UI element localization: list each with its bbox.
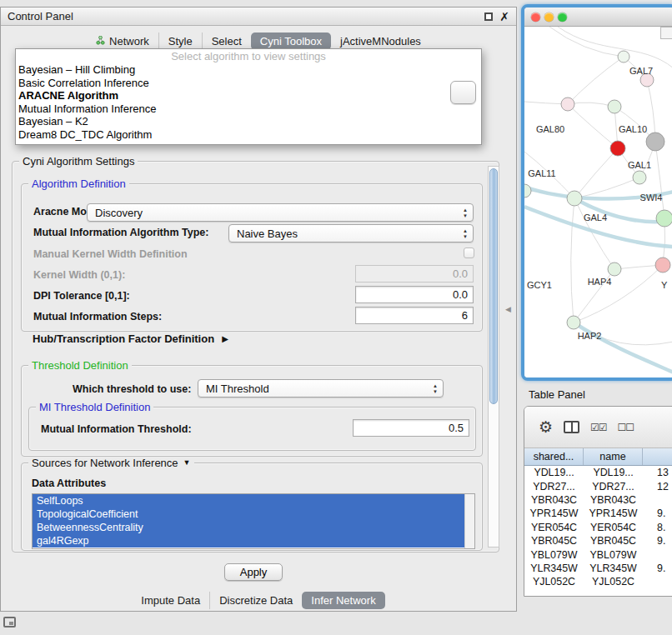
table-row[interactable]: YBR045CYBR045C9. (524, 534, 672, 548)
table-row[interactable]: YBR043CYBR043C (524, 493, 672, 507)
table-row[interactable]: YLR345WYLR345W9. (524, 562, 672, 575)
attribute-item-selected[interactable]: TopologicalCoefficient (33, 508, 464, 521)
kernel-width-field: 0.0 (355, 265, 474, 282)
attribute-item-selected[interactable]: BetweennessCentrality (33, 521, 464, 534)
network-graph[interactable]: GAL7GAL80GAL10GAL11GAL1SWI4GAL4GCY1HAP4Y… (524, 27, 672, 377)
mi-steps-field[interactable]: 6 (355, 307, 474, 324)
manual-kernel-checkbox[interactable] (464, 248, 474, 258)
list-scrollbar[interactable] (464, 494, 474, 548)
table-cell: YDL19... (584, 466, 643, 479)
column-header-2[interactable] (643, 448, 672, 465)
network-edge[interactable] (574, 178, 639, 198)
algorithm-definition-title: Algorithm Definition (28, 178, 129, 190)
algorithm-option-basic-correlation-inference[interactable]: Basic Correlation Inference (16, 77, 481, 90)
aracne-mode-dropdown[interactable]: Discovery ▲▼ (87, 203, 474, 222)
dropdown-arrows-icon: ▲▼ (463, 208, 468, 219)
float-panel-icon[interactable] (484, 12, 493, 21)
scrollbar-thumb[interactable] (489, 168, 498, 404)
show-columns-icon[interactable]: ☑☑ (590, 422, 607, 433)
dpi-tolerance-field[interactable]: 0.0 (355, 286, 474, 303)
tab-style[interactable]: Style (158, 32, 202, 50)
network-edge[interactable] (568, 57, 624, 104)
algorithm-option-bayesian-k2[interactable]: Bayesian – K2 (16, 115, 481, 128)
column-header-name[interactable]: name (584, 448, 643, 465)
network-edge[interactable] (568, 102, 614, 107)
algorithm-option-dream8-dc-tdc-algorithm[interactable]: Dream8 DC_TDC Algorithm (16, 128, 481, 142)
network-view-window: GAL7GAL80GAL10GAL11GAL1SWI4GAL4GCY1HAP4Y… (521, 4, 672, 381)
algorithm-option-mutual-information-inference[interactable]: Mutual Information Inference (16, 102, 481, 116)
attribute-item-selected[interactable]: SelfLoops (33, 494, 464, 508)
table-row[interactable]: YER054CYER054C8. (524, 521, 672, 534)
minimize-traffic-light-icon[interactable] (544, 12, 554, 22)
dpi-tolerance-label: DPI Tolerance [0,1]: (33, 290, 130, 302)
bottom-tab-discretize-data[interactable]: Discretize Data (209, 592, 302, 609)
network-node[interactable] (608, 100, 621, 113)
bottom-tab-infer-network[interactable]: Infer Network (302, 592, 384, 609)
tab-network[interactable]: Network (87, 32, 158, 50)
gear-icon[interactable]: ⚙ (539, 419, 553, 435)
network-node[interactable] (655, 258, 670, 272)
close-traffic-light-icon[interactable] (531, 12, 540, 22)
column-header-shared-[interactable]: shared... (524, 448, 584, 465)
algorithm-definition-group: Algorithm Definition Aracne Mode: Discov… (21, 183, 483, 332)
node-label: GAL1 (628, 160, 651, 170)
table-toolbar: ⚙ ☑☑ ☐☐ (524, 407, 672, 448)
network-window-titlebar (524, 8, 672, 27)
table-row[interactable]: YPR145WYPR145W9. (524, 507, 672, 520)
data-attributes-label: Data Attributes (32, 478, 106, 489)
settings-group-title: Cyni Algorithm Settings (19, 155, 138, 168)
table-row[interactable]: YBL079WYBL079W (524, 548, 672, 561)
network-edge[interactable] (549, 27, 624, 57)
which-threshold-dropdown[interactable]: MI Threshold ▲▼ (198, 379, 444, 398)
network-node[interactable] (646, 132, 664, 151)
algorithm-option-bayesian-hill-climbing[interactable]: Bayesian – Hill Climbing (16, 63, 481, 77)
expand-right-icon[interactable]: ▶ (222, 334, 228, 343)
network-node[interactable] (567, 316, 580, 329)
network-node[interactable] (608, 262, 621, 276)
table-row[interactable]: YDL19...YDL19...13 (524, 466, 672, 479)
combo-box-button[interactable] (450, 81, 476, 104)
canvas-scrollbar[interactable] (660, 27, 672, 39)
table-cell: YER054C (524, 521, 584, 534)
attribute-item-selected[interactable]: gal4RGexp (33, 534, 464, 548)
expand-down-icon[interactable]: ▼ (183, 457, 191, 469)
column-layout-icon[interactable] (564, 421, 579, 433)
data-attributes-list[interactable]: SelfLoopsTopologicalCoefficientBetweenne… (32, 493, 475, 549)
network-node[interactable] (656, 210, 672, 227)
table-cell: 13 (643, 466, 672, 479)
table-row[interactable]: YDR27...YDR27...12 (524, 479, 672, 492)
network-node[interactable] (610, 141, 625, 156)
panel-dock-icon[interactable] (3, 617, 16, 628)
hide-columns-icon[interactable]: ☐☐ (618, 422, 634, 433)
algorithm-option-aracne-algorithm[interactable]: ARACNE Algorithm (16, 89, 481, 102)
network-edge[interactable] (574, 322, 672, 372)
network-node[interactable] (567, 191, 582, 206)
zoom-traffic-light-icon[interactable] (558, 12, 567, 22)
network-edge[interactable] (558, 27, 672, 68)
control-panel-window: Control Panel ✗ NetworkStyleSelectCyni T… (0, 7, 517, 612)
network-node[interactable] (561, 98, 574, 111)
bottom-tab-impute-data[interactable]: Impute Data (132, 592, 209, 609)
table-cell: 12 (643, 479, 672, 492)
network-node[interactable] (633, 171, 646, 184)
node-label: HAP2 (578, 331, 602, 341)
hub-definition-section[interactable]: Hub/Transcription Factor Definition ▶ (33, 332, 228, 345)
table-row[interactable]: YJL052CYJL052C (524, 575, 672, 588)
node-label: GAL7 (629, 66, 653, 76)
tab-select[interactable]: Select (202, 32, 251, 50)
settings-scrollbar[interactable] (488, 166, 499, 548)
network-canvas[interactable]: GAL7GAL80GAL10GAL11GAL1SWI4GAL4GCY1HAP4Y… (524, 27, 672, 378)
tab-jactivemnodules[interactable]: jActiveMNodules (331, 32, 430, 50)
apply-button[interactable]: Apply (224, 563, 283, 581)
network-edge[interactable] (571, 198, 574, 322)
network-edge[interactable] (574, 148, 618, 198)
table-cell: 9. (643, 562, 672, 575)
close-icon[interactable]: ✗ (499, 11, 509, 22)
panel-collapse-grip[interactable]: ◀ (505, 305, 511, 313)
mi-type-dropdown[interactable]: Naive Bayes ▲▼ (228, 224, 474, 242)
tab-cyni-toolbox[interactable]: Cyni Toolbox (251, 32, 331, 50)
network-node[interactable] (618, 51, 629, 62)
network-edge[interactable] (655, 142, 664, 218)
mi-threshold-field[interactable]: 0.5 (353, 419, 469, 437)
network-node[interactable] (524, 184, 531, 198)
